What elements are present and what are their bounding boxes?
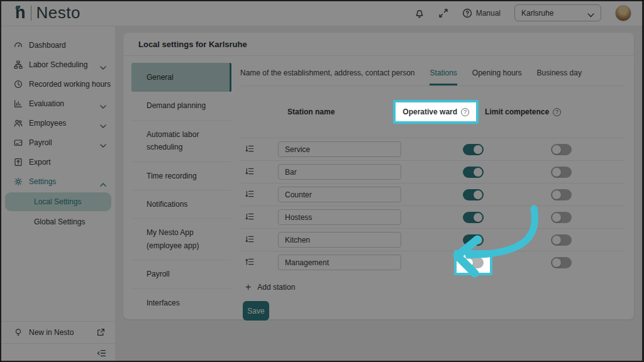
plus-icon: + <box>245 282 251 292</box>
chevron-down-icon <box>100 102 106 106</box>
sidebar: Dashboard Labor Scheduling Recorded work… <box>0 26 116 362</box>
limit-competence-toggle[interactable] <box>551 167 572 178</box>
subnav-item-notifications[interactable]: Notifications <box>131 190 231 219</box>
column-header-limit-competence: Limit competence <box>485 107 549 116</box>
chevron-down-icon <box>100 63 106 67</box>
manual-label: Manual <box>476 9 501 18</box>
operative-ward-toggle[interactable] <box>463 144 484 155</box>
location-selector[interactable]: Karlsruhe <box>514 4 601 21</box>
card-icon <box>14 138 23 147</box>
reorder-handle-icon[interactable] <box>245 258 254 266</box>
top-bar: n Nesto Manual Karlsruhe <box>0 0 644 26</box>
subnav-item-demand-planning[interactable]: Demand planning <box>131 92 231 120</box>
sidebar-item-dashboard[interactable]: Dashboard <box>0 35 115 55</box>
sidebar-item-payroll[interactable]: Payroll <box>0 133 115 152</box>
operative-ward-toggle[interactable] <box>463 189 484 200</box>
tutorial-highlight-management-toggle <box>454 250 492 275</box>
manual-link[interactable]: Manual <box>462 8 501 18</box>
lightbulb-icon <box>14 328 23 337</box>
station-row-counter <box>240 183 625 206</box>
column-header-operative-ward: Operative ward <box>402 107 457 116</box>
sidebar-item-settings[interactable]: Settings <box>0 172 115 191</box>
operative-ward-toggle[interactable] <box>463 167 484 178</box>
page-title: Local settings for Karlsruhe <box>123 33 634 56</box>
new-in-nesto-link[interactable]: New in Nesto <box>0 322 115 343</box>
sidebar-item-recorded-working-hours[interactable]: Recorded working hours <box>0 74 115 94</box>
people-icon <box>14 119 23 128</box>
limit-competence-toggle[interactable] <box>551 212 572 223</box>
sidebar-item-labor-scheduling[interactable]: Labor Scheduling <box>0 55 115 74</box>
station-row-kitchen <box>240 228 625 251</box>
station-name-input[interactable] <box>278 255 401 270</box>
fullscreen-icon[interactable] <box>438 8 448 18</box>
reorder-handle-icon[interactable] <box>245 145 254 153</box>
subnav-item-general[interactable]: General <box>131 63 231 92</box>
chevron-down-icon <box>100 121 106 125</box>
add-station-button[interactable]: + Add station <box>245 282 625 292</box>
limit-competence-toggle[interactable] <box>551 257 572 268</box>
subnav-item-automatic-labor-scheduling[interactable]: Automatic labor scheduling <box>131 121 231 162</box>
save-button[interactable]: Save <box>243 301 269 321</box>
tab-stations[interactable]: Stations <box>430 69 457 85</box>
settings-tabs: Name of the establishment, address, cont… <box>240 56 625 86</box>
chevron-down-icon <box>100 141 106 145</box>
help-circle-icon <box>462 8 472 18</box>
reorder-handle-icon[interactable] <box>245 168 254 175</box>
tutorial-highlight-operative-ward: Operative ward ? <box>393 100 479 124</box>
nesto-logo: n Nesto <box>15 3 80 23</box>
limit-competence-toggle[interactable] <box>551 189 572 200</box>
tab-establishment[interactable]: Name of the establishment, address, cont… <box>240 69 414 85</box>
station-name-input[interactable] <box>278 187 401 202</box>
collapse-sidebar-icon <box>97 349 106 358</box>
station-name-input[interactable] <box>278 164 401 180</box>
station-name-input[interactable] <box>278 141 401 157</box>
station-row-service <box>240 138 625 160</box>
subnav-item-time-recording[interactable]: Time recording <box>131 162 231 190</box>
operative-ward-toggle[interactable] <box>463 257 484 268</box>
station-name-input[interactable] <box>278 209 401 225</box>
main-area: Local settings for Karlsruhe General Dem… <box>116 26 644 362</box>
subnav-item-payroll[interactable]: Payroll <box>131 260 231 288</box>
limit-competence-toggle[interactable] <box>551 234 572 246</box>
gauge-icon <box>14 41 23 50</box>
sidebar-item-evaluation[interactable]: Evaluation <box>0 94 115 113</box>
chevron-up-icon <box>100 180 106 184</box>
user-avatar[interactable] <box>615 5 631 21</box>
limit-competence-toggle[interactable] <box>551 144 572 155</box>
local-settings-card: Local settings for Karlsruhe General Dem… <box>123 33 634 319</box>
subnav-item-interfaces[interactable]: Interfaces <box>131 289 231 317</box>
settings-subnav: General Demand planning Automatic labor … <box>123 56 231 321</box>
sidebar-collapse-button[interactable] <box>0 343 115 362</box>
clock-icon <box>14 80 23 89</box>
tab-business-day[interactable]: Business day <box>537 69 582 85</box>
bar-chart-icon <box>14 99 23 108</box>
reorder-handle-icon[interactable] <box>245 213 254 221</box>
logo-mark-icon: n <box>15 4 26 21</box>
gear-icon <box>14 177 23 186</box>
station-row-management <box>240 251 625 273</box>
chevron-down-icon <box>587 11 594 15</box>
sidebar-item-global-settings[interactable]: Global Settings <box>5 212 111 231</box>
export-icon <box>14 158 23 167</box>
subnav-item-my-nesto-app[interactable]: My Nesto App (employee app) <box>131 219 231 260</box>
org-chart-icon <box>14 60 23 69</box>
notifications-bell-icon[interactable] <box>414 8 425 18</box>
operative-ward-toggle[interactable] <box>463 234 484 246</box>
tab-opening-hours[interactable]: Opening hours <box>472 69 522 85</box>
reorder-handle-icon[interactable] <box>245 236 254 243</box>
station-row-bar <box>240 160 625 183</box>
sidebar-item-local-settings[interactable]: Local Settings <box>5 192 111 211</box>
logo-divider <box>31 6 31 21</box>
station-row-hostess <box>240 206 625 228</box>
sidebar-item-export[interactable]: Export <box>0 152 115 172</box>
location-selected-value: Karlsruhe <box>521 9 553 18</box>
station-name-input[interactable] <box>278 232 401 248</box>
operative-ward-toggle[interactable] <box>463 212 484 223</box>
sidebar-item-employees[interactable]: Employees <box>0 113 115 133</box>
external-link-icon <box>96 328 105 337</box>
column-header-station-name: Station name <box>287 107 335 116</box>
help-circle-icon[interactable]: ? <box>553 108 561 116</box>
help-circle-icon[interactable]: ? <box>461 108 469 116</box>
logo-text: Nesto <box>36 3 80 23</box>
reorder-handle-icon[interactable] <box>245 190 254 198</box>
